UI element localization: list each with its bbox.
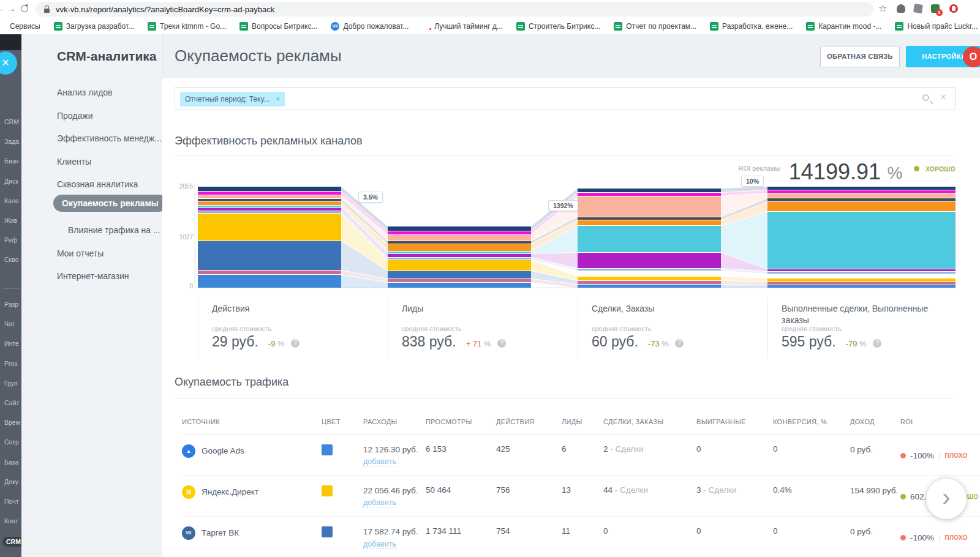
rail-item-почт[interactable]: Почт: [4, 498, 21, 505]
rail-item-врем[interactable]: Врем: [4, 419, 21, 426]
help-icon[interactable]: ?: [497, 339, 506, 348]
bookmark-item[interactable]: Загрузка разработ...: [54, 22, 134, 31]
extension-blocker-icon[interactable]: [949, 4, 958, 13]
bookmark-label: Строитель Битрикс...: [529, 22, 600, 31]
bookmark-item[interactable]: Карантин mood -...: [806, 22, 881, 31]
add-expense-link[interactable]: добавить: [363, 457, 396, 466]
screen: ← → vvk-vb.ru/report/analytics/?analytic…: [0, 0, 980, 557]
rail-item-зада[interactable]: Зада: [4, 138, 21, 145]
bookmark-star-icon[interactable]: ☆: [878, 2, 887, 14]
extension-bell-icon[interactable]: [897, 4, 905, 13]
source-cell[interactable]: ▲Google Ads: [182, 435, 322, 475]
rail-item-чат[interactable]: Чат: [4, 320, 21, 327]
url-text[interactable]: vvk-vb.ru/report/analytics/?analyticBoar…: [56, 5, 274, 14]
avg-cost-label: средняя стоимость: [782, 325, 842, 332]
reload-icon[interactable]: [21, 5, 28, 12]
rail-item-crm[interactable]: CRM: [2, 537, 21, 547]
bookmark-item[interactable]: Разработка, ежене...: [710, 22, 793, 31]
rail-item-реф[interactable]: Реф: [4, 236, 21, 244]
funnel-flow: [721, 285, 767, 288]
rail-item-жив[interactable]: Жив: [4, 217, 21, 224]
crm-analytics-menu: CRM-аналитика Анализ лидовПродажиЭффекти…: [21, 34, 162, 557]
bookmark-item[interactable]: Лучший тайминг д...: [422, 22, 503, 31]
color-swatch[interactable]: [322, 485, 333, 496]
sidebar-item-3[interactable]: Клиенты: [57, 157, 91, 166]
rail-item-сотр[interactable]: Сотр: [4, 438, 21, 446]
help-icon[interactable]: ?: [675, 339, 684, 348]
sheets-favicon-icon: [239, 22, 248, 31]
avg-cost-delta: -79: [846, 339, 858, 348]
bookmark-item[interactable]: Строитель Битрикс...: [516, 22, 600, 31]
filter-search-input[interactable]: Отчетный период: Теку...× ×: [175, 87, 956, 110]
rail-item-скво[interactable]: Скво: [4, 256, 21, 263]
sidebar-item-4[interactable]: Сквозная аналитика: [57, 179, 138, 189]
rail-item-диск[interactable]: Диск: [4, 178, 21, 185]
sidebar-item-6[interactable]: Влияние трафика на ...: [68, 225, 160, 235]
stage-name: Сделки, Заказы: [592, 303, 721, 315]
sidebar-item-5[interactable]: Окупаемость рекламы: [53, 195, 167, 212]
rail-item-доку[interactable]: Доку: [4, 478, 21, 485]
sidebar-item-2[interactable]: Эффективность менедж...: [57, 133, 162, 143]
rail-item-сайт[interactable]: Сайт: [4, 399, 21, 406]
avatar[interactable]: О: [963, 47, 980, 67]
color-swatch[interactable]: [322, 444, 333, 455]
add-expense-link[interactable]: добавить: [363, 498, 396, 507]
sidebar-item-0[interactable]: Анализ лидов: [57, 88, 113, 97]
address-bar[interactable]: vvk-vb.ru/report/analytics/?analyticBoar…: [36, 2, 873, 17]
help-icon[interactable]: ?: [873, 339, 881, 348]
rail-item-pros[interactable]: Pros: [4, 360, 21, 367]
forward-icon[interactable]: →: [7, 3, 16, 13]
filter-chip-close-icon[interactable]: ×: [276, 95, 280, 103]
extension-grid-icon[interactable]: [913, 4, 923, 13]
rail-item-бизн[interactable]: Бизн: [4, 157, 21, 165]
sidebar-item-7[interactable]: Мои отчеты: [57, 249, 104, 258]
percent-sign: %: [481, 339, 493, 348]
rail-item-разр[interactable]: Разр: [4, 301, 21, 308]
back-icon[interactable]: ←: [0, 3, 4, 13]
rail-item-конт[interactable]: Конт: [4, 517, 21, 525]
funnel-segment-orange: [767, 202, 956, 211]
deals-note: - Сделки: [612, 485, 648, 495]
funnel-segment-steel: [767, 272, 956, 274]
avg-cost-row: 838 руб.+ 71 % ?: [402, 334, 506, 350]
rail-item-crm[interactable]: CRM: [4, 118, 21, 125]
stage-stat-0: Действиясредняя стоимость29 руб.-9 % ?: [198, 298, 341, 359]
add-expense-link[interactable]: добавить: [363, 540, 396, 549]
bookmark-label: Разработка, ежене...: [722, 22, 793, 31]
filter-clear-icon[interactable]: ×: [940, 91, 946, 103]
funnel-segment-navy: [767, 187, 956, 190]
roi-status-dot: [900, 535, 906, 540]
stage-name: Лиды: [402, 303, 531, 315]
help-icon[interactable]: ?: [291, 339, 300, 348]
feedback-button[interactable]: ОБРАТНАЯ СВЯЗЬ: [820, 46, 900, 67]
rail-item-инте[interactable]: Инте: [4, 340, 21, 347]
bookmark-item[interactable]: VKДобро пожаловат...: [331, 22, 409, 31]
column-header: КОНВЕРСИЯ, %: [773, 418, 850, 425]
table-header-row: ИСТОЧНИКЦВЕТРАСХОДЫПРОСМОТРЫДЕЙСТВИЯЛИДЫ…: [182, 409, 980, 435]
bookmark-item[interactable]: Отчет по проектам...: [614, 22, 696, 31]
color-swatch[interactable]: [322, 526, 333, 537]
rail-item-кале[interactable]: Кале: [4, 197, 21, 204]
funnel-segment-navy: [578, 189, 721, 192]
filter-chip[interactable]: Отчетный период: Теку...×: [180, 92, 285, 107]
sidebar-item-1[interactable]: Продажи: [57, 111, 92, 121]
funnel-segment-navy: [198, 187, 341, 191]
extension-icon[interactable]: 2: [931, 4, 940, 13]
y-axis-tick: 0: [175, 283, 193, 290]
funnel-segment-steel: [198, 211, 341, 213]
bookmark-item[interactable]: Вопросы Битрикс...: [239, 22, 317, 31]
funnel-segment-cyan: [388, 252, 531, 253]
source-cell[interactable]: VKТаргет ВК: [182, 517, 322, 557]
bookmark-item[interactable]: Треки ktmnm - Go...: [148, 22, 226, 31]
income-cell: 154 990 руб.: [850, 476, 900, 516]
search-icon[interactable]: [922, 94, 929, 101]
column-header: ИСТОЧНИК: [182, 418, 322, 425]
rail-item-база[interactable]: База: [4, 458, 21, 466]
bookmark-item[interactable]: Новый прайс Luckr...: [895, 22, 978, 31]
next-page-button[interactable]: ›: [926, 479, 967, 519]
sidebar-item-8[interactable]: Интернет-магазин: [57, 271, 129, 281]
source-cell[interactable]: ЯЯндекс.Директ: [182, 476, 322, 516]
rail-item-груп[interactable]: Груп: [4, 379, 21, 387]
avg-cost-label: средняя стоимость: [402, 325, 462, 332]
bookmark-item[interactable]: Сервисы: [6, 22, 40, 31]
